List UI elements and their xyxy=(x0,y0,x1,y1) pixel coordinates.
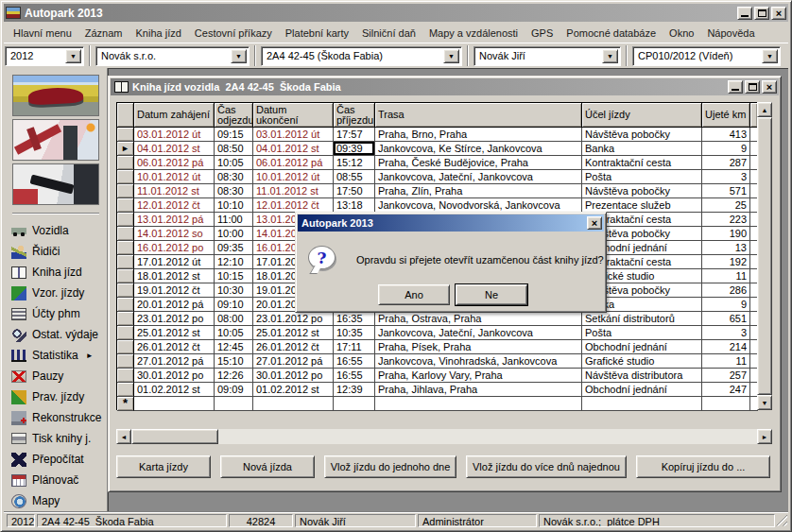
cell-start[interactable]: 10.01.2012 út xyxy=(134,170,215,184)
cell-route[interactable]: Praha, Jihlava, Praha xyxy=(375,383,582,397)
menu-item-kniha-jizd[interactable]: Kniha jízd xyxy=(129,26,188,41)
scroll-left-button[interactable]: ◄ xyxy=(116,429,131,444)
cell-dep[interactable]: 10:30 xyxy=(215,283,253,298)
scroll-down-button[interactable]: ▼ xyxy=(757,395,772,410)
sidebar-item-planovac[interactable]: Plánovač xyxy=(4,470,107,490)
cell-km[interactable]: 651 xyxy=(702,312,750,326)
cell-purpose[interactable]: Návštěva distributora xyxy=(582,369,702,383)
table-row[interactable]: 27.01.2012 pá15:1027.01.2012 pá16:55Jank… xyxy=(117,354,757,369)
row-marker[interactable] xyxy=(117,369,134,383)
menu-item-okno[interactable]: Okno xyxy=(663,26,700,41)
cell-start[interactable]: 11.01.2012 st xyxy=(134,184,215,198)
cell-end[interactable]: 01.02.2012 st xyxy=(253,383,334,397)
table-row[interactable]: 10.01.2012 út08:3010.01.2012 út08:55Jank… xyxy=(117,170,757,184)
cell-start[interactable]: 26.01.2012 čt xyxy=(134,340,215,354)
cell-arr[interactable]: 17:11 xyxy=(334,340,375,354)
resize-grip[interactable] xyxy=(776,515,787,526)
cell-dep[interactable]: 11:00 xyxy=(215,213,253,227)
cell-route[interactable]: Praha, Zlín, Praha xyxy=(375,184,582,198)
cell-km[interactable]: 257 xyxy=(702,369,750,383)
menu-item-zaznam[interactable]: Záznam xyxy=(78,26,129,41)
row-marker[interactable] xyxy=(117,198,134,213)
cell-end[interactable]: 26.01.2012 čt xyxy=(253,340,334,354)
cell-dep[interactable]: 09:35 xyxy=(215,241,253,255)
cell-route[interactable]: Praha, Karlovy Vary, Praha xyxy=(375,369,582,383)
cell-end[interactable]: 12.01.2012 čt xyxy=(253,198,334,213)
cell-route[interactable]: Jankovcova, Jateční, Jankovcova xyxy=(375,170,582,184)
cell-dep[interactable]: 10:10 xyxy=(215,198,253,213)
new-trip-button[interactable]: Nová jízda xyxy=(220,455,315,478)
cell-empty[interactable] xyxy=(375,397,582,411)
cell-empty[interactable] xyxy=(215,397,253,411)
cell-purpose[interactable]: Obchodní jednání xyxy=(582,340,702,354)
horizontal-scroll-thumb[interactable] xyxy=(131,429,218,444)
cell-purpose[interactable]: Setkání distributorů xyxy=(582,312,702,326)
cell-km[interactable]: 192 xyxy=(702,255,750,269)
cell-route[interactable]: Jankovcova, Jateční, Jankovcova xyxy=(375,326,582,340)
cell-empty[interactable] xyxy=(702,397,750,411)
horizontal-scroll-track[interactable] xyxy=(218,429,757,444)
table-row[interactable]: 12.01.2012 čt10:1012.01.2012 čt13:18Jank… xyxy=(117,198,757,213)
cell-dep[interactable]: 09:15 xyxy=(215,128,253,142)
cell-km[interactable]: 3 xyxy=(702,326,750,340)
maximize-button[interactable] xyxy=(754,7,769,20)
row-marker[interactable] xyxy=(117,354,134,369)
row-marker[interactable] xyxy=(117,128,134,142)
insert-trip-multiple-days-button[interactable]: Vlož jízdu do více dnů najednou xyxy=(466,455,627,478)
cell-arr[interactable]: 09:39 xyxy=(334,142,375,156)
cell-dep[interactable]: 10:00 xyxy=(215,227,253,241)
child-close-button[interactable]: × xyxy=(762,80,777,94)
row-marker[interactable] xyxy=(117,170,134,184)
cell-start[interactable]: 30.01.2012 po xyxy=(134,369,215,383)
cell-start[interactable]: 01.02.2012 st xyxy=(134,383,215,397)
cell-arr[interactable]: 12:39 xyxy=(334,383,375,397)
cell-end[interactable]: 30.01.2012 po xyxy=(253,369,334,383)
cell-route[interactable]: Praha, Písek, Praha xyxy=(375,340,582,354)
row-marker[interactable] xyxy=(117,213,134,227)
close-button[interactable]: × xyxy=(771,7,786,20)
cell-arr[interactable]: 16:35 xyxy=(334,312,375,326)
cell-end[interactable]: 11.01.2012 st xyxy=(253,184,334,198)
sidebar-item-vozidla[interactable]: Vozidla xyxy=(4,220,107,241)
menu-item-hlavni-menu[interactable]: Hlavní menu xyxy=(7,26,78,41)
row-marker[interactable] xyxy=(117,326,134,340)
new-record-marker[interactable]: * xyxy=(117,397,134,411)
cell-km[interactable]: 247 xyxy=(702,383,750,397)
menu-item-silnicni-dan[interactable]: Silniční daň xyxy=(355,26,422,41)
cell-start[interactable]: 27.01.2012 pá xyxy=(134,354,215,369)
row-marker[interactable] xyxy=(117,241,134,255)
cell-start[interactable]: 14.01.2012 so xyxy=(134,227,215,241)
menu-item-napoveda[interactable]: Nápověda xyxy=(700,26,761,41)
main-titlebar[interactable]: Autopark 2013 × xyxy=(4,4,788,22)
chevron-down-icon[interactable]: ▼ xyxy=(65,49,81,63)
row-marker[interactable] xyxy=(117,383,134,397)
cell-start[interactable]: 13.01.2012 pá xyxy=(134,213,215,227)
table-row[interactable]: 25.01.2012 st10:0525.01.2012 st10:35Jank… xyxy=(117,326,757,340)
cell-dep[interactable]: 12:45 xyxy=(215,340,253,354)
cell-dep[interactable]: 08:50 xyxy=(215,142,253,156)
cell-start[interactable]: 20.01.2012 pá xyxy=(134,298,215,312)
row-marker[interactable] xyxy=(117,255,134,269)
cell-route[interactable]: Jankovcova, Ke Stírce, Jankovcova xyxy=(375,142,582,156)
sidebar-item-mapy[interactable]: Mapy xyxy=(4,490,107,511)
row-marker[interactable] xyxy=(117,184,134,198)
cell-dep[interactable]: 08:30 xyxy=(215,170,253,184)
sidebar-item-statistika[interactable]: Statistika► xyxy=(4,345,107,366)
cell-end[interactable]: 23.01.2012 po xyxy=(253,312,334,326)
cell-empty[interactable] xyxy=(334,397,375,411)
cell-purpose[interactable]: Prezentace služeb xyxy=(582,198,702,213)
sidebar-item-prav-jizdy[interactable]: Prav. jízdy xyxy=(4,386,107,407)
cell-km[interactable]: 571 xyxy=(702,184,750,198)
cell-purpose[interactable]: Návštěva pobočky xyxy=(582,184,702,198)
cell-arr[interactable]: 10:35 xyxy=(334,326,375,340)
insert-trip-single-day-button[interactable]: Vlož jízdu do jednoho dne xyxy=(324,455,456,478)
cell-start[interactable]: 12.01.2012 čt xyxy=(134,198,215,213)
copy-trip-button[interactable]: Kopíruj jízdu do ... xyxy=(636,455,770,478)
row-marker[interactable] xyxy=(117,156,134,170)
row-marker[interactable]: ► xyxy=(117,142,134,156)
sidebar-item-kniha-jizd[interactable]: Kniha jízd xyxy=(4,262,107,283)
menu-item-cestovni-prikazy[interactable]: Cestovní příkazy xyxy=(188,26,279,41)
cell-arr[interactable]: 15:12 xyxy=(334,156,375,170)
cell-start[interactable]: 16.01.2012 po xyxy=(134,241,215,255)
cell-km[interactable]: 287 xyxy=(702,156,750,170)
